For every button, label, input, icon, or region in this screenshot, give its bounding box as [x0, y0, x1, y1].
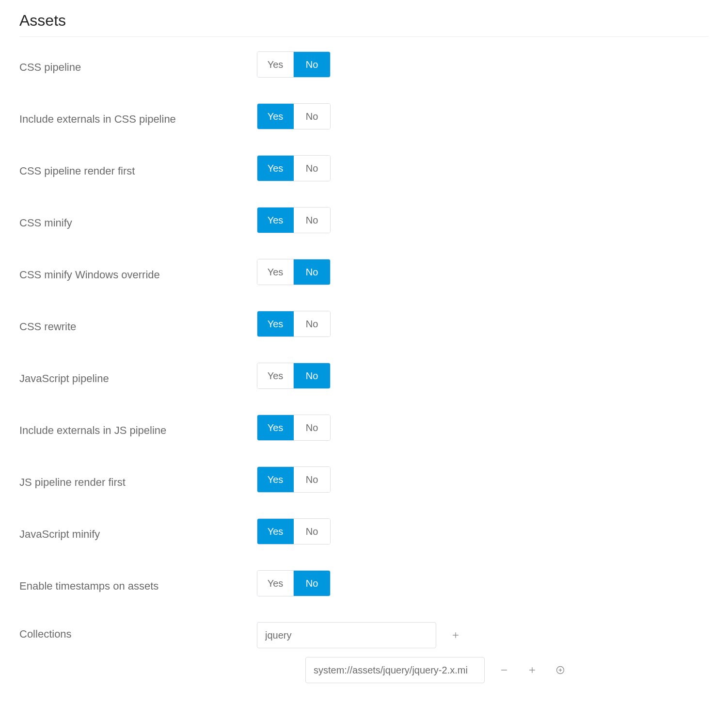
include-externals-css-yes[interactable]: Yes	[257, 104, 294, 129]
css-pipeline-render-first-label: CSS pipeline render first	[19, 159, 257, 177]
css-pipeline-no[interactable]: No	[294, 52, 330, 77]
css-rewrite-yes[interactable]: Yes	[257, 311, 294, 336]
enable-timestamps-label: Enable timestamps on assets	[19, 574, 257, 593]
css-minify-windows-yes[interactable]: Yes	[257, 259, 294, 285]
css-pipeline-yes[interactable]: Yes	[257, 52, 294, 77]
css-minify-toggle: Yes No	[257, 207, 331, 233]
include-externals-js-toggle: Yes No	[257, 415, 331, 441]
include-externals-css-no[interactable]: No	[294, 104, 330, 129]
plus-icon[interactable]	[449, 628, 462, 642]
include-externals-js-yes[interactable]: Yes	[257, 415, 294, 440]
js-pipeline-label: JavaScript pipeline	[19, 367, 257, 385]
css-pipeline-toggle: Yes No	[257, 51, 331, 78]
js-pipeline-render-first-no[interactable]: No	[294, 467, 330, 492]
enable-timestamps-toggle: Yes No	[257, 570, 331, 596]
include-externals-css-label: Include externals in CSS pipeline	[19, 107, 257, 126]
js-pipeline-no[interactable]: No	[294, 363, 330, 388]
minus-icon[interactable]	[497, 663, 511, 677]
js-pipeline-render-first-toggle: Yes No	[257, 466, 331, 493]
css-pipeline-render-first-yes[interactable]: Yes	[257, 156, 294, 181]
js-minify-yes[interactable]: Yes	[257, 519, 294, 544]
css-pipeline-render-first-toggle: Yes No	[257, 155, 331, 181]
include-externals-js-no[interactable]: No	[294, 415, 330, 440]
css-minify-windows-toggle: Yes No	[257, 259, 331, 285]
js-minify-no[interactable]: No	[294, 519, 330, 544]
collections-name-input[interactable]	[257, 622, 436, 648]
plus-icon[interactable]	[525, 663, 539, 677]
css-rewrite-label: CSS rewrite	[19, 315, 257, 333]
css-pipeline-label: CSS pipeline	[19, 55, 257, 74]
css-rewrite-toggle: Yes No	[257, 311, 331, 337]
enable-timestamps-yes[interactable]: Yes	[257, 571, 294, 596]
page-title: Assets	[19, 12, 709, 30]
js-pipeline-toggle: Yes No	[257, 363, 331, 389]
js-pipeline-render-first-yes[interactable]: Yes	[257, 467, 294, 492]
css-minify-windows-label: CSS minify Windows override	[19, 263, 257, 281]
css-minify-no[interactable]: No	[294, 208, 330, 233]
js-pipeline-render-first-label: JS pipeline render first	[19, 470, 257, 489]
include-externals-css-toggle: Yes No	[257, 103, 331, 129]
css-pipeline-render-first-no[interactable]: No	[294, 156, 330, 181]
css-minify-windows-no[interactable]: No	[294, 259, 330, 285]
js-pipeline-yes[interactable]: Yes	[257, 363, 294, 388]
js-minify-toggle: Yes No	[257, 518, 331, 545]
enable-timestamps-no[interactable]: No	[294, 571, 330, 596]
collections-label: Collections	[19, 622, 257, 641]
css-minify-label: CSS minify	[19, 211, 257, 229]
css-rewrite-no[interactable]: No	[294, 311, 330, 336]
css-minify-yes[interactable]: Yes	[257, 208, 294, 233]
circle-plus-icon[interactable]	[554, 663, 567, 677]
collections-item-input[interactable]	[305, 657, 485, 683]
include-externals-js-label: Include externals in JS pipeline	[19, 418, 257, 437]
js-minify-label: JavaScript minify	[19, 522, 257, 541]
